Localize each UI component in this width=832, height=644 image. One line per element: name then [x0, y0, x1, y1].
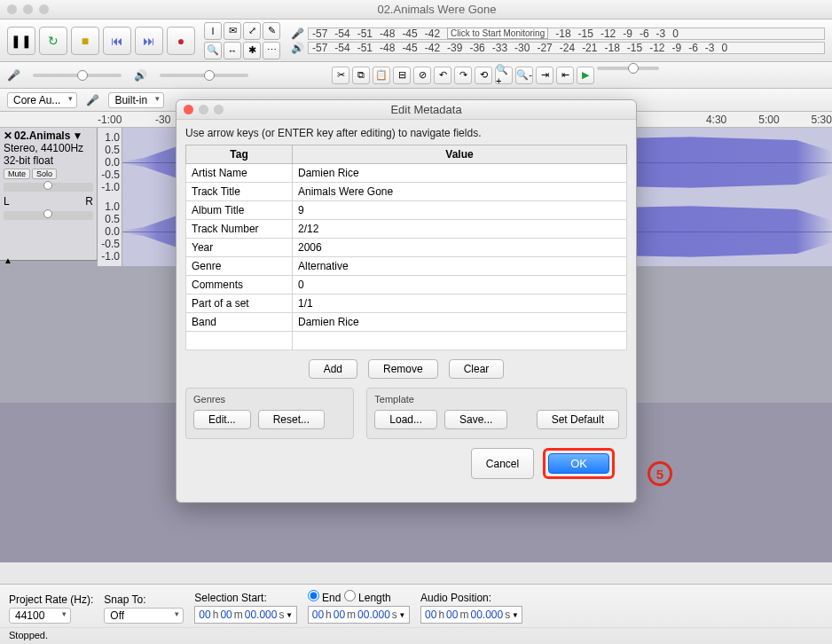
end-radio[interactable] [308, 590, 319, 601]
recording-meter[interactable]: -57-54-51-48-45-42 Click to Start Monito… [308, 27, 825, 40]
dialog-window-controls[interactable] [184, 105, 224, 114]
table-row: Year2006 [186, 239, 627, 257]
audio-host-select[interactable]: Core Au... [7, 92, 77, 108]
selection-start-time[interactable]: 00h 00m 00.000s▾ [194, 606, 296, 624]
fit-selection-button[interactable]: ⇥ [536, 67, 553, 84]
edit-metadata-dialog: Edit Metadata Use arrow keys (or ENTER k… [176, 99, 637, 503]
playback-volume-slider[interactable] [160, 74, 248, 77]
window-titlebar: 02.Animals Were Gone [0, 0, 832, 20]
value-header: Value [293, 145, 627, 164]
genres-panel: Genres Edit... Reset... [185, 388, 354, 439]
mute-button[interactable]: Mute [4, 169, 30, 179]
template-save-button[interactable]: Save... [444, 410, 507, 429]
transport-toolbar: ❚❚ ↻ ■ ⏮ ⏭ ● I ✉ ⤢ ✎ 🔍 ↔ ✱ ⋯ 🎤 -57-54-51… [0, 20, 832, 62]
table-row: GenreAlternative [186, 257, 627, 276]
skip-end-button[interactable]: ⏭ [135, 27, 163, 55]
cancel-button[interactable]: Cancel [471, 448, 534, 479]
window-title: 02.Animals Were Gone [49, 3, 825, 16]
cut-button[interactable]: ✂ [332, 67, 349, 84]
mic-icon: 🎤 [291, 27, 304, 40]
track-control-panel[interactable]: ✕ 02.Animals ▼ Stereo, 44100Hz 32-bit fl… [0, 128, 98, 260]
monitor-label[interactable]: Click to Start Monitoring [447, 27, 548, 39]
table-row: Album Title9 [186, 201, 627, 220]
envelope-tool[interactable]: ✉ [224, 22, 241, 40]
zoom-out-button[interactable]: 🔍- [515, 67, 533, 84]
playback-meter[interactable]: -57-54-51-48-45-42-39-36-33-30-27-24-21-… [308, 42, 825, 54]
multi-tool[interactable]: ✱ [243, 42, 261, 59]
mixer-toolbar: 🎤 🔊 ✂ ⧉ 📋 ⊟ ⊘ ↶ ↷ ⟲ 🔍+ 🔍- ⇥ ⇤ ▶ [0, 62, 832, 89]
length-radio[interactable] [344, 590, 356, 601]
pencil-tool[interactable]: ✎ [263, 22, 280, 40]
collapse-icon[interactable]: ▲ [4, 255, 93, 265]
zoom-tool[interactable]: 🔍 [204, 42, 222, 59]
solo-button[interactable]: Solo [32, 169, 57, 179]
tag-header: Tag [186, 145, 293, 164]
zoom-in-button[interactable]: 🔍+ [495, 67, 513, 84]
genres-reset-button[interactable]: Reset... [258, 410, 325, 429]
audio-position-label: Audio Position: [420, 592, 522, 604]
dialog-hint: Use arrow keys (or ENTER key after editi… [185, 127, 627, 139]
template-load-button[interactable]: Load... [374, 410, 437, 429]
selection-tool[interactable]: I [204, 22, 222, 40]
project-rate-label: Project Rate (Hz): [9, 593, 93, 606]
speaker-icon: 🔊 [291, 42, 304, 54]
trim-button[interactable]: ⊟ [393, 67, 411, 84]
redo-button[interactable]: ↷ [454, 67, 472, 84]
status-text: Stopped. [0, 627, 832, 644]
clear-button[interactable]: Clear [449, 359, 505, 379]
skip-start-button[interactable]: ⏮ [103, 27, 131, 55]
annotation-badge: 5 [648, 461, 672, 486]
timeshift-tool[interactable]: ↔ [224, 42, 241, 59]
status-bar: Project Rate (Hz): 44100 Snap To: Off Se… [0, 584, 832, 644]
dialog-title: Edit Metadata [224, 103, 629, 116]
paste-button[interactable]: 📋 [373, 67, 390, 84]
snap-to-select[interactable]: Off [104, 608, 184, 624]
silence-button[interactable]: ⊘ [413, 67, 431, 84]
recording-device-select[interactable]: Built-in [108, 92, 164, 108]
amplitude-scale: 1.00.50.0-0.5-1.0 [98, 197, 122, 266]
pan-slider[interactable] [4, 211, 93, 220]
table-row: Track Number2/12 [186, 220, 627, 239]
copy-button[interactable]: ⧉ [352, 67, 370, 84]
table-row: BandDamien Rice [186, 313, 627, 332]
audio-position-time[interactable]: 00h 00m 00.000s▾ [420, 606, 522, 624]
amplitude-scale: 1.00.50.0-0.5-1.0 [98, 128, 122, 197]
table-row: Part of a set1/1 [186, 295, 627, 313]
mic-icon: 🎤 [7, 69, 20, 82]
chevron-down-icon[interactable]: ▼ [72, 130, 82, 142]
more-tool[interactable]: ⋯ [263, 42, 280, 59]
record-button[interactable]: ● [167, 27, 195, 55]
sync-button[interactable]: ⟲ [475, 67, 492, 84]
play-speed-button[interactable]: ▶ [577, 67, 594, 84]
metadata-table: TagValue Artist NameDamien Rice Track Ti… [185, 145, 627, 350]
recording-volume-slider[interactable] [33, 74, 122, 77]
stop-button[interactable]: ■ [71, 27, 99, 55]
ok-button[interactable]: OK [548, 453, 609, 474]
snap-to-label: Snap To: [104, 593, 184, 606]
play-speed-slider[interactable] [597, 67, 659, 70]
selection-start-label: Selection Start: [194, 592, 296, 604]
mic-icon: 🎤 [86, 94, 99, 106]
gain-slider[interactable] [4, 183, 93, 192]
fit-project-button[interactable]: ⇤ [556, 67, 574, 84]
speaker-icon: 🔊 [134, 69, 147, 82]
remove-button[interactable]: Remove [368, 359, 438, 379]
project-rate-select[interactable]: 44100 [9, 608, 71, 624]
ok-highlight: OK [543, 448, 615, 479]
draw-tool[interactable]: ⤢ [243, 22, 261, 40]
genres-edit-button[interactable]: Edit... [193, 410, 251, 429]
undo-button[interactable]: ↶ [434, 67, 451, 84]
close-icon[interactable]: ✕ [4, 130, 12, 142]
table-row: Comments0 [186, 276, 627, 295]
loop-button[interactable]: ↻ [39, 27, 67, 55]
set-default-button[interactable]: Set Default [537, 410, 619, 429]
table-row: Artist NameDamien Rice [186, 164, 627, 183]
window-controls[interactable] [7, 4, 49, 14]
selection-end-time[interactable]: 00h 00m 00.000s▾ [308, 606, 410, 624]
tool-grid: I ✉ ⤢ ✎ 🔍 ↔ ✱ ⋯ [204, 22, 280, 59]
add-button[interactable]: Add [309, 359, 357, 379]
meters: 🎤 -57-54-51-48-45-42 Click to Start Moni… [291, 27, 825, 54]
template-panel: Template Load... Save... Set Default [366, 388, 627, 439]
table-row: Track TitleAnimals Were Gone [186, 183, 627, 201]
pause-button[interactable]: ❚❚ [7, 27, 35, 55]
